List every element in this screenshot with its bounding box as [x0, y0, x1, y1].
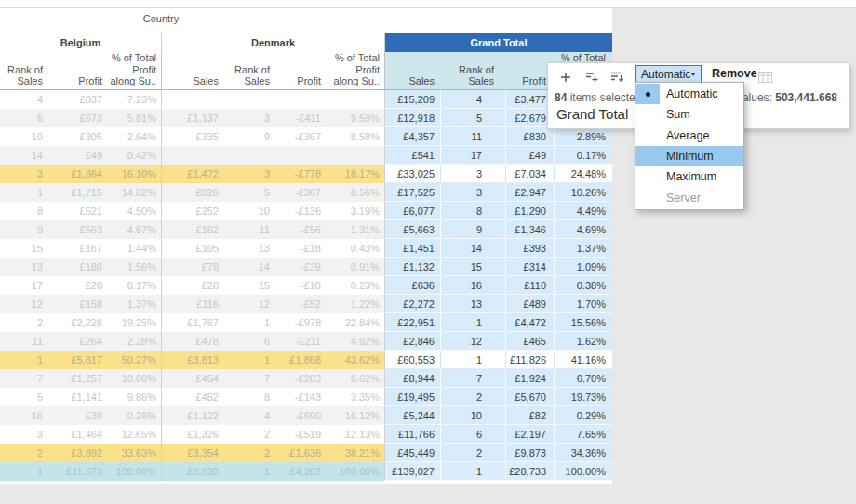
table-cell[interactable]: 4.50%: [104, 202, 161, 220]
table-cell[interactable]: 2.89%: [554, 127, 612, 146]
table-cell[interactable]: £8,944: [384, 369, 440, 388]
table-cell[interactable]: 3.19%: [328, 202, 384, 220]
table-cell[interactable]: 13: [0, 258, 51, 276]
table-cell[interactable]: £11,573: [51, 462, 104, 481]
table-cell[interactable]: 1: [440, 351, 505, 369]
table-cell[interactable]: -£283: [276, 369, 328, 388]
table-cell[interactable]: £305: [51, 127, 104, 146]
table-cell[interactable]: £673: [51, 109, 104, 127]
table-cell[interactable]: 10.26%: [554, 183, 612, 202]
table-cell[interactable]: 9: [0, 220, 51, 239]
table-cell[interactable]: 50.27%: [104, 351, 161, 369]
table-row[interactable]: 17£200.17%£2815-£100.23%£63616£1100.38%: [0, 276, 612, 295]
table-cell[interactable]: 12: [440, 332, 505, 351]
group-header-denmark[interactable]: Denmark: [161, 33, 384, 52]
table-cell[interactable]: -£978: [276, 313, 328, 332]
table-cell[interactable]: 1.44%: [104, 239, 161, 258]
table-cell[interactable]: 3: [440, 183, 505, 202]
table-cell[interactable]: 3: [223, 165, 276, 183]
table-cell[interactable]: £11,826: [505, 351, 554, 369]
table-cell[interactable]: £541: [384, 146, 440, 165]
table-cell[interactable]: 33.63%: [104, 444, 161, 462]
table-cell[interactable]: £393: [505, 239, 554, 258]
table-cell[interactable]: 4.69%: [554, 220, 612, 239]
table-row[interactable]: 11£2642.28%£4786-£2114.92%£2,84612£4651.…: [0, 332, 612, 351]
table-cell[interactable]: 1: [440, 462, 505, 481]
table-cell[interactable]: [223, 90, 276, 109]
sort-bars-arrow-icon[interactable]: [610, 70, 624, 86]
table-cell[interactable]: 1.56%: [104, 258, 161, 276]
table-row[interactable]: 2£2,22819.25%£1,7671-£97822.84%£22,9511£…: [0, 313, 612, 332]
table-cell[interactable]: £33,025: [384, 165, 440, 183]
table-cell[interactable]: £5,244: [384, 406, 440, 425]
table-cell[interactable]: £19,495: [384, 388, 440, 406]
table-cell[interactable]: £116: [161, 295, 223, 313]
table-cell[interactable]: £7,034: [505, 165, 554, 183]
table-cell[interactable]: £2,846: [384, 332, 440, 351]
menu-item-average[interactable]: Average: [635, 126, 743, 146]
table-cell[interactable]: £28,733: [505, 462, 554, 481]
table-row[interactable]: 3£1,86416.10%£1,4723-£77818.17%£33,0253£…: [0, 165, 612, 183]
table-row[interactable]: 12£1581.37%£11612-£521.22%£2,27213£4891.…: [0, 295, 612, 313]
table-row[interactable]: 8£5214.50%£25210-£1363.19%£6,0778£1,2904…: [0, 202, 612, 220]
table-cell[interactable]: 11: [0, 332, 51, 351]
table-row[interactable]: 14£490.42%£54117£490.17%: [0, 146, 612, 165]
table-cell[interactable]: £1,864: [51, 165, 104, 183]
table-cell[interactable]: 16: [440, 276, 505, 295]
table-cell[interactable]: 5: [223, 183, 276, 202]
table-cell[interactable]: 19.73%: [554, 388, 612, 406]
table-cell[interactable]: £1,767: [161, 313, 223, 332]
table-row[interactable]: 7£1,25710.86%£4547-£2836.62%£8,9447£1,92…: [0, 369, 612, 388]
table-cell[interactable]: 22.84%: [328, 313, 384, 332]
table-cell[interactable]: 7: [0, 369, 51, 388]
table-cell[interactable]: £636: [384, 276, 440, 295]
table-row[interactable]: 2£3,89233.63%£3,3542-£1,63638.21%£45,449…: [0, 444, 612, 462]
menu-item-automatic[interactable]: Automatic: [635, 84, 743, 104]
table-cell[interactable]: 11: [223, 220, 276, 239]
table-cell[interactable]: £1,451: [384, 239, 440, 258]
table-cell[interactable]: £1,464: [51, 425, 104, 444]
table-cell[interactable]: £4,472: [505, 313, 554, 332]
table-row[interactable]: 1£5,81750.27%£3,8131-£1,86843.62%£60,553…: [0, 351, 612, 369]
table-cell[interactable]: £22,951: [384, 313, 440, 332]
table-cell[interactable]: £1,290: [505, 202, 554, 220]
table-cell[interactable]: £3,354: [161, 444, 223, 462]
table-cell[interactable]: -£10: [276, 276, 328, 295]
table-cell[interactable]: £139,027: [384, 462, 440, 481]
table-cell[interactable]: £1,141: [51, 388, 104, 406]
table-cell[interactable]: [328, 146, 384, 165]
menu-item-minimum[interactable]: Minimum: [635, 146, 743, 166]
table-cell[interactable]: £837: [51, 90, 104, 109]
table-row[interactable]: 13£1801.56%£7814-£390.91%£1,13215£3141.0…: [0, 258, 612, 276]
table-cell[interactable]: 7.65%: [554, 425, 612, 444]
table-cell[interactable]: 3.35%: [328, 388, 384, 406]
table-row[interactable]: 15£1671.44%£10513-£180.43%£1,45114£3931.…: [0, 239, 612, 258]
table-cell[interactable]: £465: [505, 332, 554, 351]
table-cell[interactable]: 1: [0, 462, 51, 481]
table-cell[interactable]: £30: [51, 406, 104, 425]
table-cell[interactable]: 43.62%: [328, 351, 384, 369]
table-cell[interactable]: 18.17%: [328, 165, 384, 183]
table-cell[interactable]: £11,766: [384, 425, 440, 444]
table-cell[interactable]: 2.28%: [104, 332, 161, 351]
group-header-grand-total[interactable]: Grand Total: [384, 33, 612, 52]
table-cell[interactable]: 0.17%: [554, 146, 612, 165]
table-cell[interactable]: £3,892: [51, 444, 104, 462]
table-cell[interactable]: -£519: [276, 425, 328, 444]
table-cell[interactable]: -£367: [276, 127, 328, 146]
column-header[interactable]: Sales: [384, 52, 440, 89]
table-cell[interactable]: £521: [51, 202, 104, 220]
table-cell[interactable]: £264: [51, 332, 104, 351]
table-cell[interactable]: £452: [161, 388, 223, 406]
table-cell[interactable]: £9,873: [505, 444, 554, 462]
table-cell[interactable]: 8: [0, 202, 51, 220]
table-cell[interactable]: £5,670: [505, 388, 554, 406]
table-cell[interactable]: 0.17%: [104, 276, 161, 295]
table-cell[interactable]: 12: [223, 295, 276, 313]
table-cell[interactable]: 1: [223, 313, 276, 332]
table-cell[interactable]: £4,357: [384, 127, 440, 146]
table-cell[interactable]: 3: [0, 425, 51, 444]
table-cell[interactable]: 6.70%: [554, 369, 612, 388]
table-cell[interactable]: 0.91%: [328, 258, 384, 276]
table-cell[interactable]: 0.38%: [554, 276, 612, 295]
